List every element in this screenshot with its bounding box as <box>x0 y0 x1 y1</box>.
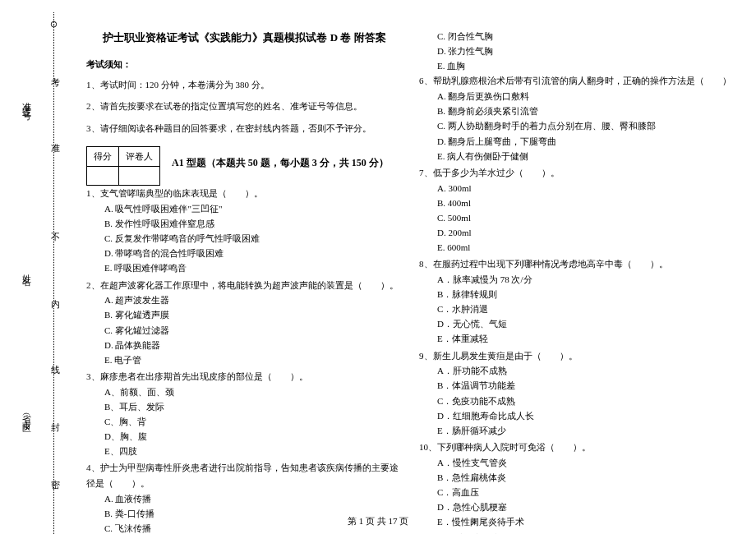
question-options: A、前额、面、颈B、耳后、发际C、胸、背D、胸、腹E、四肢 <box>86 384 403 459</box>
option: E. 电子管 <box>104 352 403 367</box>
question-options: A. 超声波发生器B. 雾化罐透声膜C. 雾化罐过滤器D. 晶体换能器E. 电子… <box>86 292 403 367</box>
option: C. 500ml <box>437 210 735 225</box>
option: D. 带哮鸣音的混合性呼吸困难 <box>104 246 403 260</box>
option: E. 600ml <box>437 240 735 255</box>
option: D. 200ml <box>437 225 735 240</box>
question: 8、在服药过程中出现下列哪种情况考虑地高辛中毒（ ）。A．脉率减慢为 78 次/… <box>419 256 735 346</box>
question-stem: 3、麻疹患者在出疹期首先出现皮疹的部位是（ ）。 <box>86 369 403 384</box>
score-label: 得分 <box>87 146 119 166</box>
option: D. 张力性气胸 <box>437 44 735 58</box>
option: E. 血胸 <box>437 58 735 73</box>
question-options: A．肝功能不成熟B．体温调节功能差C．免疫功能不成熟D．红细胞寿命比成人长E．肠… <box>419 363 735 438</box>
question-stem: 7、低于多少为羊水过少（ ）。 <box>419 165 735 181</box>
option: C. 反复发作带哮鸣音的呼气性呼吸困难 <box>104 231 403 246</box>
option: E. 呼吸困难伴哮鸣音 <box>104 260 403 275</box>
option: A．脉率减慢为 78 次/分 <box>437 272 735 287</box>
question-stem: 4、护士为甲型病毒性肝炎患者进行出院前指导，告知患者该疾病传播的主要途径是（ ）… <box>86 460 403 490</box>
question: 3、麻疹患者在出疹期首先出现皮疹的部位是（ ）。A、前额、面、颈B、耳后、发际C… <box>86 369 403 458</box>
exam-title: 护士职业资格证考试《实践能力》真题模拟试卷 D 卷 附答案 <box>86 29 403 47</box>
question-stem: 11、肝动脉栓塞化疗术前禁食时间（ ）。 <box>419 531 735 534</box>
notice-heading: 考试须知： <box>86 57 403 72</box>
binding-gutter: 准考证号姓名省（市区）⊙考准不内线封密 <box>21 12 62 534</box>
option: A. 超声波发生器 <box>104 292 403 307</box>
notice-item: 1、考试时间：120 分钟，本卷满分为 380 分。 <box>86 77 403 93</box>
score-table: 得分 评卷人 <box>86 146 160 186</box>
question-options: A．脉率减慢为 78 次/分B．脉律转规则C．水肿消退D．无心慌、气短E．体重减… <box>419 272 735 347</box>
option: B．体温调节功能差 <box>437 378 735 393</box>
option: B．脉律转规则 <box>437 287 735 302</box>
grader-label: 评卷人 <box>119 146 160 166</box>
option: D、胸、腹 <box>104 429 403 444</box>
option: A、前额、面、颈 <box>104 384 403 399</box>
right-column: C. 闭合性气胸D. 张力性气胸E. 血胸 6、帮助乳腺癌根治术后带有引流管的病… <box>419 12 735 534</box>
question-options: A. 血液传播B. 粪-口传播C. 飞沫传播D. 唾液传播E. 垂直传播 <box>86 491 403 534</box>
question: 11、肝动脉栓塞化疗术前禁食时间（ ）。A. 禁食8小时，禁饮8小时B. 不禁食… <box>419 531 735 534</box>
option: E. 病人有伤侧卧于健侧 <box>437 149 735 163</box>
question-stem: 9、新生儿易发生黄疸是由于（ ）。 <box>419 348 735 364</box>
option: D. 晶体换能器 <box>104 338 403 352</box>
option: B、耳后、发际 <box>104 399 403 414</box>
option: E．肠肝循环减少 <box>437 423 735 438</box>
question-stem: 6、帮助乳腺癌根治术后带有引流管的病人翻身时，正确的操作方法是（ ） <box>419 73 735 89</box>
gutter-field-label: 准考证号 <box>21 94 33 108</box>
question-stem: 2、在超声波雾化器工作原理中，将电能转换为超声波声能的装置是（ ）。 <box>86 278 403 293</box>
option: A. 血液传播 <box>104 491 403 506</box>
question: 2、在超声波雾化器工作原理中，将电能转换为超声波声能的装置是（ ）。A. 超声波… <box>86 278 403 367</box>
option: C. 闭合性气胸 <box>437 29 735 44</box>
option: E．体重减轻 <box>437 331 735 346</box>
option: D．急性心肌梗塞 <box>437 499 735 514</box>
option: A．肝功能不成熟 <box>437 363 735 378</box>
question-stem: 8、在服药过程中出现下列哪种情况考虑地高辛中毒（ ）。 <box>419 256 735 272</box>
option: D．无心慌、气短 <box>437 316 735 331</box>
notice-item: 2、请首先按要求在试卷的指定位置填写您的姓名、准考证号等信息。 <box>86 99 403 114</box>
option: E、四肢 <box>104 444 403 458</box>
question: 1、支气管哮喘典型的临床表现是（ ）。A. 吸气性呼吸困难伴"三凹征"B. 发作… <box>86 186 403 275</box>
option: C．高血压 <box>437 485 735 499</box>
option: B. 发作性呼吸困难伴窒息感 <box>104 216 403 231</box>
question-options: A. 翻身后更换伤口敷料B. 翻身前必须夹紧引流管C. 两人协助翻身时手的着力点… <box>419 89 735 163</box>
notice-item: 3、请仔细阅读各种题目的回答要求，在密封线内答题，否则不予评分。 <box>86 121 403 136</box>
option: A．慢性支气管炎 <box>437 455 735 470</box>
question-stem: 10、下列哪种病人入院时可免浴（ ）。 <box>419 440 735 455</box>
section-title: A1 型题（本题共 50 题，每小题 3 分，共 150 分） <box>172 154 389 171</box>
question-options: A. 吸气性呼吸困难伴"三凹征"B. 发作性呼吸困难伴窒息感C. 反复发作带哮鸣… <box>86 201 403 276</box>
option: B. 翻身前必须夹紧引流管 <box>437 104 735 118</box>
option: A. 300ml <box>437 181 735 196</box>
left-column: 护士职业资格证考试《实践能力》真题模拟试卷 D 卷 附答案 考试须知： 1、考试… <box>86 12 403 534</box>
option: C. 两人协助翻身时手的着力点分别在肩、腰、臀和膝部 <box>437 118 735 133</box>
option: B. 雾化罐透声膜 <box>104 307 403 322</box>
option: C. 雾化罐过滤器 <box>104 323 403 338</box>
option: C．水肿消退 <box>437 302 735 316</box>
gutter-seal-marker: ⊙ <box>49 21 60 28</box>
question-stem: 1、支气管哮喘典型的临床表现是（ ）。 <box>86 186 403 201</box>
question: 9、新生儿易发生黄疸是由于（ ）。A．肝功能不成熟B．体温调节功能差C．免疫功能… <box>419 348 735 438</box>
option: A. 翻身后更换伤口敷料 <box>437 89 735 104</box>
option: A. 吸气性呼吸困难伴"三凹征" <box>104 201 403 216</box>
option: D. 翻身后上腿弯曲，下腿弯曲 <box>437 134 735 149</box>
page-footer: 第 1 页 共 17 页 <box>0 515 756 527</box>
question: 7、低于多少为羊水过少（ ）。A. 300mlB. 400mlC. 500mlD… <box>419 165 735 255</box>
gutter-field-label: 省（市区） <box>21 407 33 423</box>
option: C．免疫功能不成熟 <box>437 394 735 408</box>
question: 6、帮助乳腺癌根治术后带有引流管的病人翻身时，正确的操作方法是（ ）A. 翻身后… <box>419 73 735 163</box>
option: D．红细胞寿命比成人长 <box>437 408 735 423</box>
option: C、胸、背 <box>104 414 403 429</box>
question-options: A. 300mlB. 400mlC. 500mlD. 200mlE. 600ml <box>419 181 735 255</box>
option: B. 400ml <box>437 196 735 210</box>
option: B．急性扁桃体炎 <box>437 470 735 485</box>
gutter-dotted-line <box>53 12 54 534</box>
gutter-field-label: 姓名 <box>21 267 33 274</box>
